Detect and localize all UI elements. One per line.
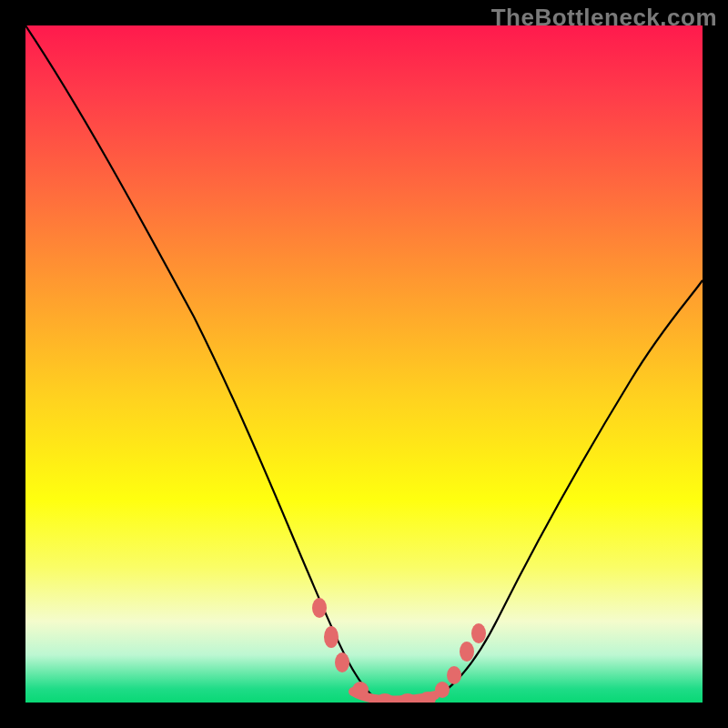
svg-point-3: [352, 682, 369, 698]
svg-point-0: [312, 598, 327, 618]
svg-point-8: [447, 666, 461, 684]
svg-point-2: [335, 652, 349, 672]
bottleneck-curve: [25, 25, 703, 703]
highlight-dots: [312, 598, 486, 703]
watermark-text: TheBottleneck.com: [491, 4, 717, 32]
plot-area: [25, 25, 703, 703]
svg-point-1: [324, 626, 339, 648]
chart-svg: [25, 25, 703, 703]
svg-point-9: [460, 642, 474, 662]
svg-point-10: [471, 623, 486, 643]
svg-point-7: [435, 682, 450, 698]
chart-frame: TheBottleneck.com: [0, 0, 728, 728]
